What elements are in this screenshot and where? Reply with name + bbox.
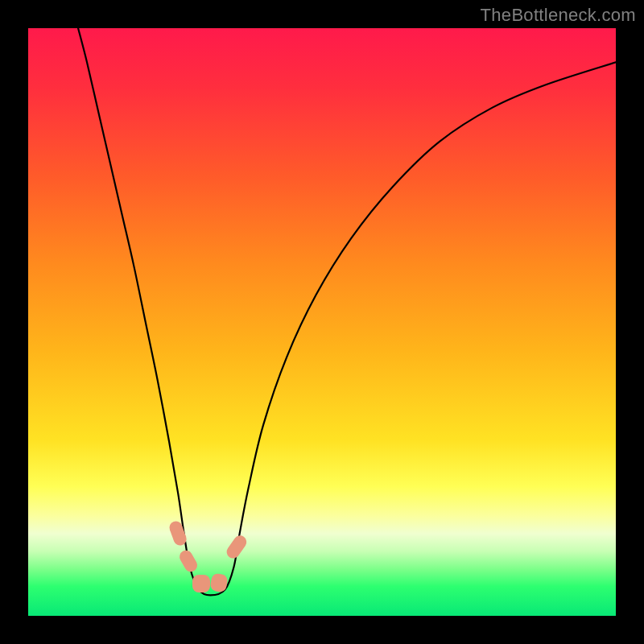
chart-frame: TheBottleneck.com [0, 0, 644, 644]
bottleneck-curve [28, 28, 616, 616]
watermark-label: TheBottleneck.com [481, 5, 636, 26]
plot-area [28, 28, 616, 616]
curve-marker [192, 575, 210, 592]
